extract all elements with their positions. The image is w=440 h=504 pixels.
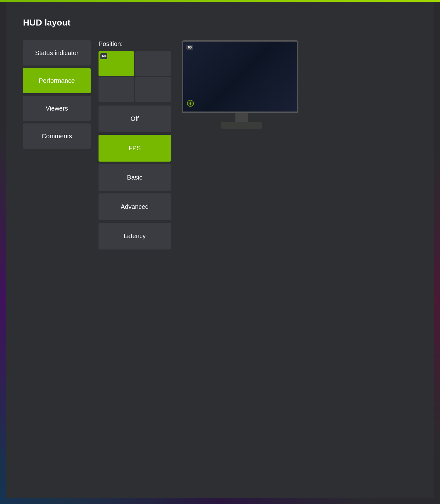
monitor-container: 60 [182,40,302,129]
monitor-stand-base [221,122,262,129]
nav-btn-status-indicator[interactable]: Status indicator [23,40,91,66]
svg-point-1 [190,104,191,105]
position-top-left[interactable]: 60 [99,51,134,76]
option-btn-advanced[interactable]: Advanced [99,193,171,220]
position-label: Position: [99,40,171,48]
option-btn-latency[interactable]: Latency [99,223,171,249]
content-layout: Status indicator Performance Viewers Com… [23,40,417,249]
fps-badge-top-left: 60 [100,53,107,59]
left-nav: Status indicator Performance Viewers Com… [23,40,91,149]
monitor-screen: 60 [182,40,298,113]
nav-btn-viewers[interactable]: Viewers [23,96,91,121]
option-btn-fps[interactable]: FPS [99,135,171,162]
position-grid: 60 [99,51,171,102]
screen-fps-badge: 60 [186,45,193,50]
middle-col: Position: 60 Off FPS Basic [99,40,171,249]
position-bottom-right[interactable] [135,77,171,102]
position-top-right[interactable] [135,51,171,76]
nav-btn-performance[interactable]: Performance [23,68,91,93]
page-title: HUD layout [23,18,417,28]
top-accent-bar [0,0,440,2]
position-bottom-left[interactable] [99,77,134,102]
option-btn-off[interactable]: Off [99,106,171,132]
monitor-preview: 60 [182,40,302,129]
option-btn-basic[interactable]: Basic [99,164,171,191]
geforce-icon [187,100,194,107]
main-panel: HUD layout Status indicator Performance … [6,2,434,498]
monitor-stand-neck [235,113,248,122]
nav-btn-comments[interactable]: Comments [23,123,91,149]
